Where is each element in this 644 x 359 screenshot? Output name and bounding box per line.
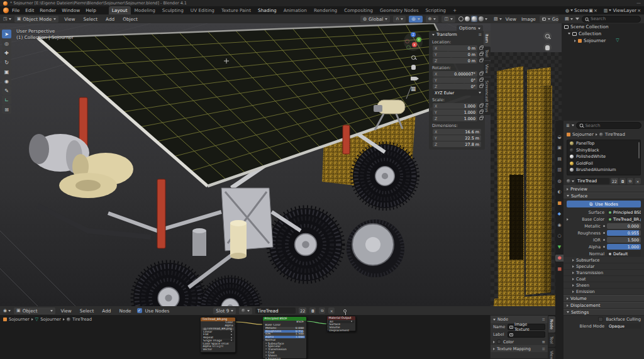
alpha-node-field[interactable]: Alpha1.000 (264, 336, 305, 338)
rotation-y-field[interactable]: Y0° (433, 77, 477, 83)
gizmo-toggle[interactable]: ⊕ (426, 16, 439, 23)
tool-move-icon[interactable]: ✚ (2, 48, 11, 57)
tab-world-icon[interactable]: ◐ (556, 189, 564, 196)
image-editor-canvas[interactable] (491, 52, 562, 309)
shader-tab-tool[interactable]: Tool (548, 333, 555, 347)
shader-menu-add[interactable]: Add (99, 307, 113, 315)
displacement-panel-header[interactable]: Displacement (564, 302, 644, 309)
unlink-icon[interactable]: × (328, 307, 335, 314)
alpha-output-socket[interactable] (235, 324, 235, 326)
tool-cursor-icon[interactable]: ◎ (2, 39, 11, 48)
use-nodes-checkbox[interactable]: ✓ (137, 308, 142, 313)
editor-type-outliner-icon[interactable]: ▤ (565, 16, 573, 21)
outliner-row-sojourner[interactable]: Sojourner ▽ (562, 37, 644, 44)
tool-select-box-icon[interactable]: ➤ (2, 30, 11, 38)
viewport-menu-view[interactable]: View (62, 15, 77, 23)
duplicate-icon[interactable]: ⧉ (627, 178, 633, 184)
tab-view-layer-icon[interactable]: ▥ (556, 167, 564, 174)
transmission-section[interactable]: Transmission (564, 270, 644, 276)
outliner-search-input[interactable] (591, 16, 638, 21)
viewport-zoom-icon[interactable] (409, 53, 418, 61)
shading-rendered-icon[interactable] (479, 16, 484, 21)
editor-type-3d-viewport-icon[interactable]: ◳ (3, 16, 11, 21)
viewport-menu-select[interactable]: Select (81, 15, 101, 23)
image-menu-view[interactable]: View (504, 15, 518, 23)
lock-icon[interactable] (479, 53, 483, 56)
alpha-slider[interactable]: 1.000 (607, 244, 641, 250)
lock-icon[interactable] (479, 72, 483, 75)
image-pan-hand-icon[interactable] (543, 43, 552, 52)
delete-view-layer-icon[interactable]: × (637, 8, 641, 13)
tab-material-icon[interactable]: ● (555, 255, 564, 262)
output-target-selector[interactable]: All (328, 321, 354, 323)
proportional-edit-toggle[interactable]: ◎ (409, 16, 422, 23)
material-output-node[interactable]: Material Output All Surface Volume Displ… (326, 316, 356, 331)
workspace-tab-modeling[interactable]: Modeling (131, 6, 158, 14)
projection-selector[interactable]: Flat (202, 333, 234, 336)
shading-options-caret-icon[interactable] (485, 18, 487, 20)
blend-mode-selector[interactable]: Opaque (607, 323, 641, 329)
metallic-field[interactable]: 0.000 (607, 223, 641, 229)
view-layer-selector[interactable]: ▥ ViewLayer (604, 8, 636, 13)
base-color-selector[interactable]: TireTread_BR.png (607, 216, 641, 222)
material-browse-selector[interactable] (239, 307, 252, 314)
gizmo-y-axis-icon[interactable]: Y (416, 37, 421, 42)
sidebar-tab-view[interactable]: View (484, 61, 491, 77)
shader-material-name-field[interactable]: TireTread (255, 307, 296, 314)
pin-icon[interactable] (343, 309, 347, 312)
viewport-menu-object[interactable]: Object (120, 15, 140, 23)
metallic-node-field[interactable]: Metallic0.000 (264, 327, 305, 329)
image-zoom-icon[interactable] (543, 32, 552, 40)
dimensions-y-field[interactable]: Y22.5 m (433, 135, 481, 141)
settings-panel-header[interactable]: Settings (564, 309, 644, 316)
lock-icon[interactable] (479, 117, 483, 120)
tab-render-icon[interactable]: ▣ (556, 145, 564, 152)
lock-icon[interactable] (479, 79, 483, 82)
workspace-tab-geometry-nodes[interactable]: Geometry Nodes (377, 6, 422, 14)
node-color-section[interactable]: Color ≣ (491, 338, 548, 345)
rotation-mode-selector[interactable]: XYZ Euler (433, 90, 483, 96)
fake-user-shield-icon[interactable]: ◘ (619, 178, 626, 184)
gizmo-y-neg-icon[interactable] (406, 45, 411, 50)
tool-scale-icon[interactable]: ▣ (2, 67, 11, 76)
overlays-toggle[interactable]: ◫ (441, 16, 455, 23)
menu-file[interactable]: File (9, 6, 22, 14)
node-name-field[interactable]: Image Texture (508, 324, 545, 330)
vector-input-socket[interactable] (201, 349, 201, 351)
panel-menu-icon[interactable]: ≡ (478, 32, 482, 37)
viewport-pan-hand-icon[interactable] (409, 64, 418, 71)
surface-panel-header[interactable]: Surface (564, 192, 644, 199)
volume-input-socket[interactable] (327, 327, 328, 329)
outliner-row-collection[interactable]: Collection (562, 30, 644, 37)
tab-tool-icon[interactable]: ◒ (556, 133, 564, 140)
roughness-node-field[interactable]: Roughness0.955 (264, 330, 305, 333)
location-x-field[interactable]: X0 m (433, 45, 477, 51)
shader-tab-view[interactable]: View (548, 348, 555, 359)
location-z-field[interactable]: Z0 m (433, 58, 477, 64)
gizmo-z-axis-icon[interactable]: Z (411, 32, 416, 37)
slot-list-scrollbar[interactable] (638, 142, 640, 158)
outliner-row-scene-collection[interactable]: Scene Collection (562, 23, 644, 30)
workspace-add-button[interactable]: + (450, 6, 460, 14)
slot-goldfoil[interactable]: GoldFoil (567, 160, 640, 167)
principled-bsdf-node[interactable]: Principled BSDF BSDF Base Color Metallic… (262, 316, 307, 359)
outliner-search[interactable] (582, 16, 641, 23)
tab-output-icon[interactable]: ▤ (556, 155, 564, 162)
use-nodes-button[interactable]: ⧉ Use Nodes (567, 201, 641, 207)
tool-transform-icon[interactable]: ◉ (2, 77, 11, 86)
tab-object-data-icon[interactable]: ▼ (556, 243, 564, 250)
workspace-tab-animation[interactable]: Animation (280, 6, 310, 14)
tool-annotate-icon[interactable]: ✎ (2, 86, 11, 95)
properties-search[interactable] (576, 122, 641, 129)
slot-shinyblack[interactable]: ShinyBlack (567, 147, 640, 154)
tab-object-icon[interactable]: ■ (556, 199, 564, 206)
emission-section[interactable]: Emission (564, 289, 644, 295)
gizmo-x-axis-icon[interactable]: X (412, 42, 417, 47)
interpolation-selector[interactable]: Linear (202, 331, 234, 333)
tool-measure-icon[interactable]: ∟ (2, 96, 11, 104)
new-scene-icon[interactable]: ▣ (589, 8, 593, 13)
workspace-tab-shading[interactable]: Shading (255, 6, 280, 14)
ior-field[interactable]: 1.500 (607, 237, 641, 243)
mode-selector[interactable]: ▣ Object Mode (14, 16, 59, 23)
color-swatch[interactable] (497, 340, 501, 344)
